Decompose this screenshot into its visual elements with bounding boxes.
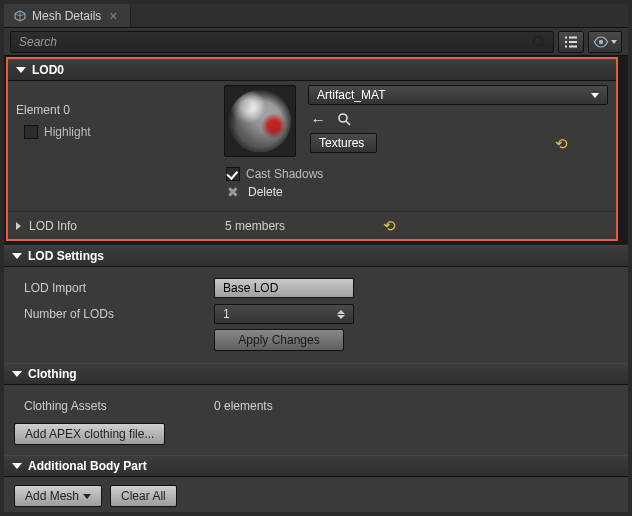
tab-bar: Mesh Details × [4,4,628,28]
highlight-checkbox[interactable]: Highlight [24,125,212,139]
expand-icon [16,222,21,230]
section-clothing: Clothing Clothing Assets 0 elements Add … [4,363,628,455]
expand-icon [12,463,22,469]
cast-shadows-checkbox[interactable]: Cast Shadows [226,167,323,181]
search-icon [531,34,547,50]
delete-label: Delete [248,185,283,199]
visibility-button[interactable] [588,31,622,53]
close-icon[interactable]: × [107,9,119,23]
clothing-assets-value: 0 elements [214,399,273,413]
search-field[interactable] [10,31,554,53]
expand-icon [12,371,22,377]
section-title: Additional Body Part [28,459,147,473]
material-thumbnail[interactable] [224,85,296,157]
svg-rect-5 [569,41,577,43]
section-title: LOD Settings [28,249,104,263]
num-lods-stepper[interactable]: 1 [214,304,354,324]
members-label: 5 members [225,219,285,233]
clothing-assets-label: Clothing Assets [14,399,214,413]
section-header-lod0[interactable]: LOD0 [8,59,616,81]
svg-rect-6 [565,45,567,47]
details-scroll[interactable]: LOD0 Element 0 Highlight [4,56,628,512]
reset-icon[interactable]: ⟲ [555,136,568,151]
add-mesh-button[interactable]: Add Mesh [14,485,102,507]
lod-info-label: LOD Info [29,219,77,233]
material-name: Artifact_MAT [317,88,385,102]
chevron-down-icon [611,40,617,44]
material-sphere [229,90,291,152]
lod-info-row[interactable]: LOD Info 5 members ⟲ [8,211,616,239]
svg-rect-3 [569,36,577,38]
cast-shadows-label: Cast Shadows [246,167,323,181]
material-dropdown[interactable]: Artifact_MAT [308,85,608,105]
svg-rect-2 [565,36,567,38]
checkbox-box [24,125,38,139]
svg-line-10 [346,121,350,125]
spinner-icon [337,310,345,319]
highlight-label: Highlight [44,125,91,139]
grid-view-button[interactable] [558,31,584,53]
tab-mesh-details[interactable]: Mesh Details × [4,4,131,27]
num-lods-label: Number of LODs [14,307,214,321]
section-header-lod-settings[interactable]: LOD Settings [4,245,628,267]
svg-point-8 [599,39,603,43]
expand-icon [12,253,22,259]
mesh-icon [14,10,26,22]
svg-line-1 [542,44,546,48]
add-apex-clothing-button[interactable]: Add APEX clothing file... [14,423,165,445]
chevron-down-icon [83,494,91,499]
element-column: Element 0 Highlight [16,85,212,139]
section-lod-settings: LOD Settings LOD Import Base LOD Num [4,245,628,363]
lod-import-value: Base LOD [223,281,278,295]
chevron-down-icon [591,93,599,98]
browse-icon[interactable] [336,111,352,127]
lod-import-dropdown[interactable]: Base LOD [214,278,354,298]
section-header-clothing[interactable]: Clothing [4,363,628,385]
textures-dropdown[interactable]: Textures [310,133,377,153]
reset-icon[interactable]: ⟲ [383,218,396,233]
add-mesh-label: Add Mesh [25,489,79,503]
section-title: Clothing [28,367,77,381]
checkbox-box [226,167,240,181]
textures-label: Textures [319,136,364,150]
use-selected-icon[interactable]: ← [310,111,326,127]
delete-icon: ✖ [226,185,240,199]
apply-changes-button[interactable]: Apply Changes [214,329,344,351]
svg-point-9 [339,114,347,122]
section-header-additional-body-part[interactable]: Additional Body Part [4,455,628,477]
element-label: Element 0 [16,103,212,117]
lod0-highlight-box: LOD0 Element 0 Highlight [6,57,618,241]
svg-rect-7 [569,45,577,47]
section-additional-body-part: Additional Body Part Add Mesh Clear All [4,455,628,512]
search-input[interactable] [17,34,525,50]
tab-label: Mesh Details [32,9,101,23]
expand-icon [16,67,26,73]
delete-row[interactable]: ✖ Delete [226,185,608,199]
svg-rect-4 [565,41,567,43]
toolbar [4,28,628,56]
section-title: LOD0 [32,63,64,77]
add-apex-label: Add APEX clothing file... [25,427,154,441]
lod-import-label: LOD Import [14,281,214,295]
clear-all-button[interactable]: Clear All [110,485,177,507]
clear-all-label: Clear All [121,489,166,503]
num-lods-value: 1 [223,307,230,321]
svg-point-0 [534,36,543,45]
apply-label: Apply Changes [238,333,319,347]
